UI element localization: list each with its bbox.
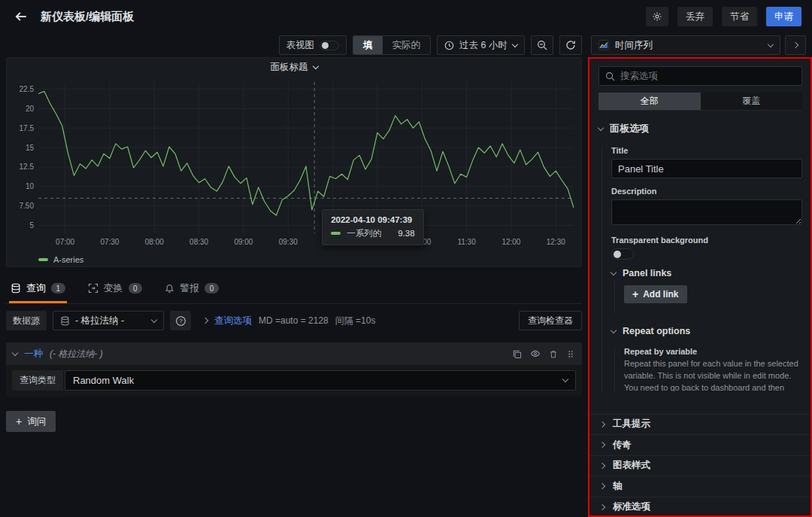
svg-text:12.5: 12.5	[20, 163, 35, 172]
apply-button[interactable]: 申请	[766, 7, 801, 26]
timeseries-chart[interactable]: 22.52017.51512.5107.50507:0007:3008:0008…	[7, 76, 581, 252]
visualization-label: 时间序列	[615, 39, 653, 52]
transparent-bg-switch[interactable]	[611, 248, 634, 260]
segment-fill[interactable]: 填	[353, 36, 383, 54]
tab-transform[interactable]: 变换 0	[86, 276, 144, 303]
back-button[interactable]	[11, 6, 32, 27]
series-color-swatch	[331, 232, 341, 235]
panel-title-text: 面板标题	[271, 61, 308, 74]
section-axis-label: 轴	[613, 480, 623, 493]
chevron-right-icon	[599, 421, 605, 427]
visualization-select[interactable]: 时间序列	[591, 35, 780, 55]
query-type-select[interactable]: Random Walk	[65, 370, 576, 391]
panel-options-pane: 全部 覆盖 面板选项 Title Description Transparent…	[588, 57, 812, 517]
section-standard-options[interactable]: 标准选项	[589, 497, 812, 517]
options-search-input[interactable]	[620, 71, 795, 81]
datasource-select[interactable]: - 格拉法纳 -	[53, 311, 164, 330]
repeat-options-content: Repeat by variable Repeat this panel for…	[614, 347, 802, 391]
options-tab-all[interactable]: 全部	[598, 93, 701, 110]
svg-text:12:30: 12:30	[547, 238, 565, 246]
query-type-label: 查询类型	[12, 370, 63, 391]
svg-text:07:00: 07:00	[56, 238, 74, 246]
title-input[interactable]	[611, 159, 802, 178]
segment-actual[interactable]: 实际的	[383, 36, 431, 54]
toolbar-right-group: 时间序列	[582, 35, 806, 55]
chevron-down-icon	[12, 349, 18, 355]
options-tabs: 全部 覆盖	[598, 93, 802, 111]
datasource-row: 数据源 - 格拉法纳 - ? 查询选项 MD =auto = 2128 间隔 =…	[6, 311, 582, 330]
section-tooltip[interactable]: 工具提示	[589, 414, 812, 435]
datasource-help-button[interactable]: ?	[170, 311, 191, 330]
refresh-icon	[565, 40, 576, 50]
section-axis[interactable]: 轴	[589, 476, 812, 497]
query-options-group: 查询选项 MD =auto = 2128 间隔 =10s	[203, 315, 375, 327]
toolbar-left-group: 表视图 填 实际的 过去 6 小时	[6, 35, 582, 55]
eye-icon[interactable]	[530, 348, 541, 359]
options-pane-expand-button[interactable]	[785, 35, 806, 55]
chevron-right-icon	[202, 318, 208, 324]
add-query-button[interactable]: + 询问	[6, 411, 56, 432]
section-graph-styles[interactable]: 图表样式	[589, 455, 812, 476]
legend-series-label[interactable]: A-series	[53, 255, 83, 264]
main-area: 面板标题 22.52017.51512.5107.50507:0007:3008…	[0, 57, 812, 517]
trash-icon[interactable]	[549, 349, 558, 359]
table-view-toggle-box[interactable]: 表视图	[279, 35, 347, 55]
section-legend[interactable]: 传奇	[589, 434, 812, 455]
pane-size-segment: 填 实际的	[353, 35, 431, 55]
query-type-value: Random Walk	[73, 375, 134, 386]
section-panel-links[interactable]: Panel links	[611, 260, 802, 281]
add-query-label: 询问	[27, 415, 46, 428]
svg-text:10: 10	[26, 183, 35, 191]
add-link-button[interactable]: + Add link	[624, 285, 687, 303]
query-editor-card: 一种 (- 格拉法纳- ) 查询类型 Random Walk	[6, 342, 582, 397]
interval-text: 间隔 =10s	[335, 315, 376, 327]
zoom-out-button[interactable]	[531, 35, 553, 55]
arrow-left-icon	[14, 10, 28, 23]
query-row-datasource: (- 格拉法纳- )	[50, 348, 103, 360]
plus-icon: +	[632, 289, 638, 300]
duplicate-icon[interactable]	[512, 349, 522, 359]
options-search[interactable]	[598, 66, 802, 86]
tab-query-count: 1	[51, 283, 65, 293]
page-title: 新仪表板/编辑面板	[41, 10, 134, 24]
time-range-picker[interactable]: 过去 6 小时	[437, 35, 525, 55]
tab-alert[interactable]: 警报 0	[163, 276, 220, 303]
chevron-down-icon	[512, 41, 518, 47]
chart-legend: A-series	[7, 252, 581, 266]
tab-query[interactable]: 查询 1	[9, 276, 67, 303]
tab-transform-count: 0	[129, 283, 143, 293]
tooltip-series-name: 一系列的	[347, 228, 381, 239]
section-panel-options[interactable]: 面板选项	[598, 114, 802, 138]
zoom-out-icon	[537, 40, 547, 50]
panel-title-menu[interactable]: 面板标题	[7, 58, 581, 76]
svg-text:08:00: 08:00	[145, 238, 164, 246]
refresh-button[interactable]	[559, 35, 582, 55]
section-legend-label: 传奇	[613, 439, 632, 452]
table-view-switch[interactable]	[320, 41, 339, 50]
query-name[interactable]: 一种	[24, 348, 43, 360]
svg-text:11:30: 11:30	[457, 238, 476, 246]
query-options-link[interactable]: 查询选项	[214, 315, 252, 327]
save-button[interactable]: 节省	[722, 7, 757, 26]
description-field-label: Description	[611, 187, 802, 196]
section-panel-links-label: Panel links	[623, 268, 671, 278]
options-tab-overrides[interactable]: 覆盖	[701, 93, 803, 110]
svg-text:22.5: 22.5	[20, 85, 35, 93]
transform-icon	[88, 283, 98, 293]
section-graph-styles-label: 图表样式	[613, 459, 650, 472]
clock-icon	[444, 41, 454, 50]
svg-text:?: ?	[179, 318, 182, 324]
timeseries-chart-icon	[598, 40, 609, 50]
section-repeat-options[interactable]: Repeat options	[611, 314, 802, 339]
description-textarea[interactable]	[611, 199, 802, 225]
table-view-label: 表视图	[286, 39, 315, 52]
chevron-down-icon	[562, 376, 568, 382]
discard-button[interactable]: 丢弃	[677, 7, 713, 26]
repeat-by-variable-label: Repeat by variable	[624, 347, 802, 356]
plus-icon: +	[16, 416, 22, 427]
query-inspector-button[interactable]: 查询检查器	[519, 311, 582, 330]
tab-alert-label: 警报	[180, 281, 199, 295]
dashboard-settings-button[interactable]	[646, 7, 668, 26]
query-row-header[interactable]: 一种 (- 格拉法纳- )	[6, 342, 582, 365]
drag-handle-icon[interactable]	[566, 349, 575, 359]
